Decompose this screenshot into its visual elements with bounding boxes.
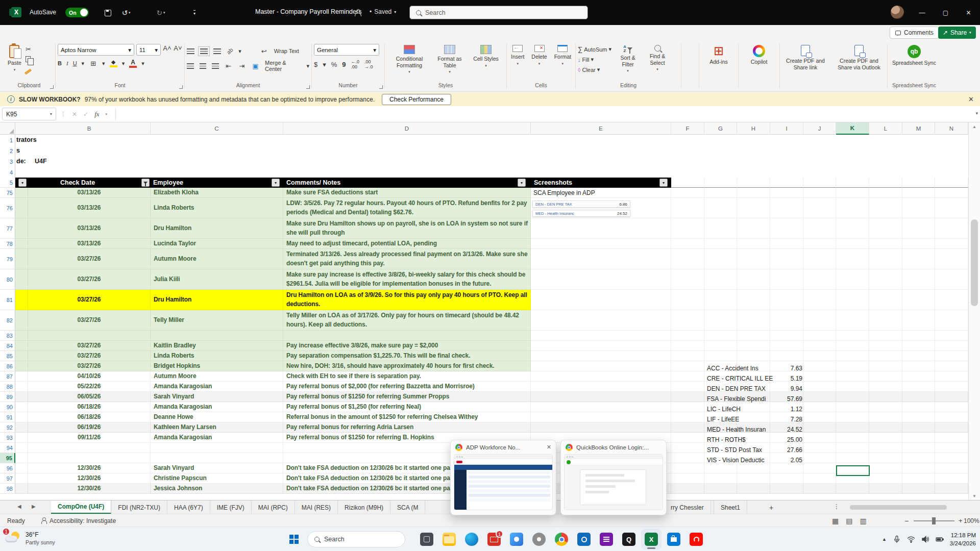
- zoom-level[interactable]: 100%: [964, 514, 979, 527]
- cell-L91[interactable]: [869, 412, 902, 422]
- cell-C91[interactable]: Deanne Howe: [151, 412, 283, 422]
- cell-G82[interactable]: [704, 310, 737, 331]
- cell-L76[interactable]: [869, 198, 902, 218]
- sheet-tab-ime-fjv-[interactable]: IME (FJV): [210, 500, 252, 514]
- taskbar-outlook-icon[interactable]: [574, 529, 594, 549]
- cell-D88[interactable]: Pay referral bonus of $2,000 (for referr…: [283, 382, 531, 392]
- cell-K93[interactable]: [836, 433, 869, 443]
- check-performance-button[interactable]: Check Performance: [382, 94, 451, 105]
- column-header-L[interactable]: L: [869, 122, 902, 135]
- cell-B83[interactable]: [28, 331, 151, 341]
- cell-D76[interactable]: LDW: 3/5/26. Pay 72 regular hours. Payou…: [283, 198, 531, 218]
- cell-I78[interactable]: [770, 239, 803, 249]
- comments-button[interactable]: Comments: [890, 27, 939, 39]
- row-header-94[interactable]: 94: [0, 443, 15, 453]
- conditional-formatting-button[interactable]: Conditional Formatting▾: [389, 43, 430, 77]
- borders-icon[interactable]: ⊞: [89, 59, 97, 67]
- scroll-up-icon[interactable]: ▲: [969, 122, 980, 131]
- cell-G98[interactable]: [704, 484, 737, 494]
- cell-M85[interactable]: [902, 351, 935, 361]
- increase-decimal-icon[interactable]: ←.0.00: [351, 59, 360, 69]
- cell-C89[interactable]: Sarah Vinyard: [151, 392, 283, 402]
- row-header-77[interactable]: 77: [0, 218, 15, 239]
- cell-M84[interactable]: [902, 341, 935, 351]
- insert-function-icon[interactable]: fx: [94, 110, 99, 118]
- hidden-icons-chevron[interactable]: ▲: [882, 537, 887, 542]
- cell-L77[interactable]: [869, 218, 902, 239]
- cell-J88[interactable]: [803, 382, 836, 392]
- row-header-89[interactable]: 89: [0, 392, 15, 402]
- cell-C95[interactable]: [151, 453, 283, 463]
- cell-N86[interactable]: [935, 361, 968, 371]
- cell-I76[interactable]: [770, 198, 803, 218]
- cell-I80[interactable]: [770, 269, 803, 290]
- cell-D91[interactable]: Referral bonus in the amount of $1250 fo…: [283, 412, 531, 422]
- cell-M78[interactable]: [902, 239, 935, 249]
- clear-button[interactable]: ◊Clear▾: [578, 65, 611, 74]
- underline-button[interactable]: U: [73, 60, 77, 66]
- cell-N76[interactable]: [935, 198, 968, 218]
- cell-J84[interactable]: [803, 341, 836, 351]
- cell-J76[interactable]: [803, 198, 836, 218]
- cell-G80[interactable]: [704, 269, 737, 290]
- cell-A77[interactable]: [15, 218, 28, 239]
- cell-J79[interactable]: [803, 249, 836, 269]
- taskbar-mail-icon[interactable]: 1: [484, 529, 504, 549]
- cell-N77[interactable]: [935, 218, 968, 239]
- cell-F88[interactable]: [671, 382, 704, 392]
- employee-filter-button[interactable]: ▾: [272, 179, 280, 187]
- cell-B81[interactable]: 03/27/26: [28, 290, 151, 310]
- cell-N84[interactable]: [935, 341, 968, 351]
- save-button[interactable]: [100, 7, 115, 18]
- cell-G97[interactable]: [704, 473, 737, 484]
- spreadsheet-sync-button[interactable]: qbSpreadsheet Sync: [890, 43, 939, 68]
- weather-widget[interactable]: 1 36°FPartly sunny: [4, 530, 55, 547]
- microphone-icon[interactable]: [893, 535, 901, 543]
- cell-G83[interactable]: [704, 331, 737, 341]
- taskbar-photos-icon[interactable]: [506, 529, 527, 549]
- cell-E89[interactable]: [531, 392, 671, 402]
- cell-A83[interactable]: [15, 331, 28, 341]
- sheet-tab-compone-u4f-[interactable]: CompOne (U4F): [51, 500, 111, 514]
- decrease-indent-icon[interactable]: ⇤: [225, 62, 232, 70]
- row-header-92[interactable]: 92: [0, 422, 15, 433]
- cell-F77[interactable]: [671, 218, 704, 239]
- cut-icon[interactable]: ✂: [24, 45, 33, 53]
- cell-I98[interactable]: [770, 484, 803, 494]
- cell-L96[interactable]: [869, 463, 902, 473]
- align-bottom-icon[interactable]: [213, 48, 221, 54]
- cell-B98[interactable]: 12/30/26: [28, 484, 151, 494]
- cell-F97[interactable]: [671, 473, 704, 484]
- cell-C87[interactable]: Autumn Moore: [151, 371, 283, 382]
- cell-A84[interactable]: [15, 341, 28, 351]
- cell-E82[interactable]: [531, 310, 671, 331]
- row-header-5[interactable]: 5: [0, 178, 15, 188]
- cell-K83[interactable]: [836, 331, 869, 341]
- cell-A82[interactable]: [15, 310, 28, 331]
- cell-K81[interactable]: [836, 290, 869, 310]
- cell-F85[interactable]: [671, 351, 704, 361]
- column-header-G[interactable]: G: [704, 122, 737, 135]
- cell-D86[interactable]: New hire, DOH: 3/16, should have approxi…: [283, 361, 531, 371]
- cell-N78[interactable]: [935, 239, 968, 249]
- cell-C77[interactable]: Dru Hamilton: [151, 218, 283, 239]
- cell-B82[interactable]: 03/27/26: [28, 310, 151, 331]
- undo-button[interactable]: ↺▾: [118, 7, 134, 18]
- cell-B96[interactable]: 12/30/26: [28, 463, 151, 473]
- cell-B85[interactable]: 03/27/26: [28, 351, 151, 361]
- orientation-icon[interactable]: ab: [226, 46, 234, 55]
- column-header-N[interactable]: N: [935, 122, 968, 135]
- cell-E86[interactable]: [531, 361, 671, 371]
- cell-N87[interactable]: [935, 371, 968, 382]
- cell-C97[interactable]: Christine Papscun: [151, 473, 283, 484]
- cell-B90[interactable]: 06/18/26: [28, 402, 151, 412]
- document-title[interactable]: Master - Company Payroll Reminders: [255, 8, 361, 15]
- new-sheet-button[interactable]: +: [767, 503, 776, 512]
- cell-K94[interactable]: [836, 443, 869, 453]
- cell-E75[interactable]: SCA Employee in ADP: [531, 188, 671, 198]
- cell-F89[interactable]: [671, 392, 704, 402]
- cell-F91[interactable]: [671, 412, 704, 422]
- cell-I77[interactable]: [770, 218, 803, 239]
- row-header-75[interactable]: 75: [0, 188, 15, 198]
- cell-K88[interactable]: [836, 382, 869, 392]
